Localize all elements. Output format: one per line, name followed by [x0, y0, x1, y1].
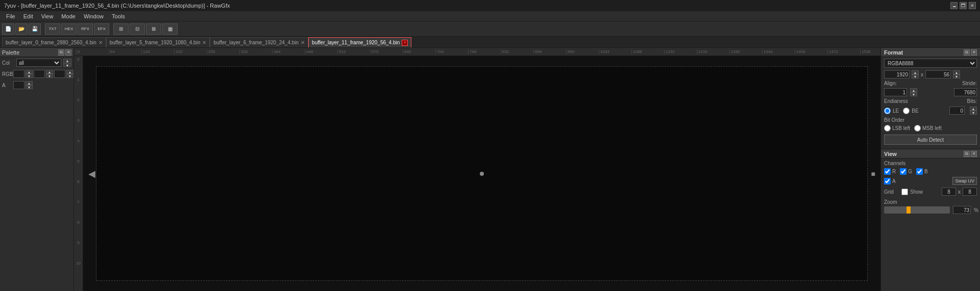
- zoom-unit: %: [974, 207, 978, 213]
- zoom-slider[interactable]: [884, 206, 950, 214]
- toolbar-save[interactable]: 💾: [29, 23, 41, 35]
- toolbar-btn4[interactable]: EFX: [94, 23, 109, 35]
- msb-radio[interactable]: [914, 125, 921, 131]
- align-label: Align:: [884, 81, 912, 86]
- nav-next-button[interactable]: ■: [871, 170, 875, 178]
- ch-a-checkbox[interactable]: [884, 178, 891, 184]
- palette-col-spinner[interactable]: ▲ ▼: [63, 59, 71, 67]
- bits-spinner[interactable]: ▲ ▼: [970, 107, 977, 115]
- toolbar-btn1[interactable]: TXT: [45, 23, 60, 35]
- palette-col-select[interactable]: all: [16, 59, 61, 67]
- tab-3[interactable]: buffer_layer_11_frame_1920_56_4.bin ✕: [308, 37, 411, 47]
- width-up[interactable]: ▲: [912, 70, 919, 74]
- toolbar-open[interactable]: 📂: [15, 23, 28, 35]
- endianness-label: Endianess: [884, 98, 912, 104]
- menu-window[interactable]: Window: [80, 12, 108, 20]
- tick-512: 512: [337, 49, 370, 54]
- format-section: Format ⧉ ✕ RGBA8888 RGB888 RGB565 ARGB88…: [881, 48, 980, 149]
- align-spinner[interactable]: ▲ ▼: [910, 88, 917, 96]
- tab-2-close[interactable]: ✕: [301, 40, 305, 45]
- view-close-btn[interactable]: ✕: [971, 151, 977, 157]
- format-height-spinner[interactable]: ▲ ▼: [953, 70, 960, 78]
- ruler-0: 0: [77, 56, 79, 76]
- rgb-spinner2[interactable]: ▲ ▼: [46, 70, 53, 78]
- format-close-btn[interactable]: ✕: [971, 49, 977, 56]
- rgb-spinner3[interactable]: ▲ ▼: [66, 70, 74, 78]
- canvas-content[interactable]: ◀ ■: [83, 56, 880, 291]
- palette-rgb-input3[interactable]: [54, 70, 65, 78]
- le-radio[interactable]: [884, 108, 891, 114]
- format-align-stride-labels: Align: Stride:: [881, 80, 980, 87]
- palette-rgb-input2[interactable]: [34, 70, 45, 78]
- nav-center: [480, 172, 484, 176]
- tick-1408: 1408: [795, 49, 827, 54]
- tab-1[interactable]: buffer_layer_5_frame_1920_1080_4.bin ✕: [106, 37, 210, 47]
- tick-1280: 1280: [729, 49, 762, 54]
- menu-edit[interactable]: Edit: [19, 12, 37, 20]
- menu-mode[interactable]: Mode: [57, 12, 80, 20]
- channel-checks-row1: R G B: [881, 167, 980, 176]
- palette-close-btn[interactable]: ✕: [65, 49, 71, 56]
- tick-1216: 1216: [697, 49, 729, 54]
- view-section-controls: ⧉ ✕: [964, 151, 977, 157]
- tab-0[interactable]: buffer_layer_0_frame_2880_2560_4.bin ✕: [2, 37, 106, 47]
- lsb-radio[interactable]: [884, 125, 891, 131]
- width-down[interactable]: ▼: [912, 74, 919, 78]
- rgb-spinner[interactable]: ▲ ▼: [26, 70, 33, 78]
- ch-g-checkbox[interactable]: [900, 168, 906, 175]
- toolbar-new[interactable]: 📄: [2, 23, 14, 35]
- tab-0-close[interactable]: ✕: [99, 40, 103, 45]
- palette-rgb-input[interactable]: [13, 70, 24, 78]
- toolbar-btn2[interactable]: HEX: [61, 23, 77, 35]
- format-align-input[interactable]: [884, 88, 907, 96]
- grid-width-input[interactable]: [942, 188, 956, 196]
- grid-height-input[interactable]: [963, 188, 977, 196]
- channels-label: Channels: [881, 158, 980, 167]
- be-radio-group: BE: [903, 108, 918, 114]
- format-float-btn[interactable]: ⧉: [964, 49, 970, 56]
- bits-up[interactable]: ▲: [970, 107, 977, 111]
- be-radio[interactable]: [903, 108, 910, 114]
- tab-1-close[interactable]: ✕: [202, 40, 206, 45]
- close-button[interactable]: ✕: [969, 2, 976, 9]
- toolbar-grid3[interactable]: ⊠: [146, 23, 161, 35]
- a-spinner[interactable]: ▲ ▼: [26, 81, 33, 89]
- auto-detect-button[interactable]: Auto Detect: [884, 135, 977, 145]
- toolbar-btn3[interactable]: RFX: [78, 23, 93, 35]
- ch-b-checkbox[interactable]: [916, 168, 923, 175]
- align-up[interactable]: ▲: [910, 88, 917, 92]
- menu-tools[interactable]: Tools: [108, 12, 129, 20]
- ch-r-check: R: [884, 168, 896, 175]
- palette-panel: Palette ⧉ ✕ Col all ▲ ▼ RGB ▲ ▼: [0, 48, 74, 291]
- nav-prev-button[interactable]: ◀: [88, 168, 95, 179]
- bits-input[interactable]: [949, 107, 965, 115]
- maximize-button[interactable]: 🗖: [960, 2, 967, 9]
- format-width-spinner[interactable]: ▲ ▼: [912, 70, 919, 78]
- format-width-input[interactable]: [884, 70, 910, 78]
- align-down[interactable]: ▼: [910, 92, 917, 96]
- palette-float-btn[interactable]: ⧉: [58, 49, 64, 56]
- tab-3-close[interactable]: ✕: [402, 40, 408, 46]
- minimize-button[interactable]: 🗕: [950, 2, 958, 9]
- zoom-value-input[interactable]: [953, 206, 971, 214]
- palette-a-input[interactable]: [13, 81, 24, 89]
- msb-label: MSB left: [922, 125, 942, 131]
- height-down[interactable]: ▼: [953, 74, 960, 78]
- toolbar-grid1[interactable]: ⊞: [113, 23, 129, 35]
- title-controls: 🗕 🗖 ✕: [950, 2, 976, 9]
- toolbar-grid2[interactable]: ⊟: [130, 23, 145, 35]
- format-pixel-select[interactable]: RGBA8888 RGB888 RGB565 ARGB8888: [884, 59, 977, 68]
- tab-2[interactable]: buffer_layer_6_frame_1920_24_4.bin ✕: [210, 37, 308, 47]
- format-height-input[interactable]: [925, 70, 951, 78]
- toolbar-grid4[interactable]: ▦: [162, 23, 178, 35]
- view-float-btn[interactable]: ⧉: [964, 151, 970, 157]
- menu-view[interactable]: View: [37, 12, 58, 20]
- tick-960: 960: [566, 49, 599, 54]
- format-stride-input[interactable]: [954, 88, 977, 96]
- ch-r-checkbox[interactable]: [884, 168, 891, 175]
- height-up[interactable]: ▲: [953, 70, 960, 74]
- menu-file[interactable]: File: [2, 12, 19, 20]
- grid-show-checkbox[interactable]: [901, 189, 908, 195]
- bits-down[interactable]: ▼: [970, 111, 977, 115]
- swap-uv-button[interactable]: Swap UV: [952, 177, 977, 185]
